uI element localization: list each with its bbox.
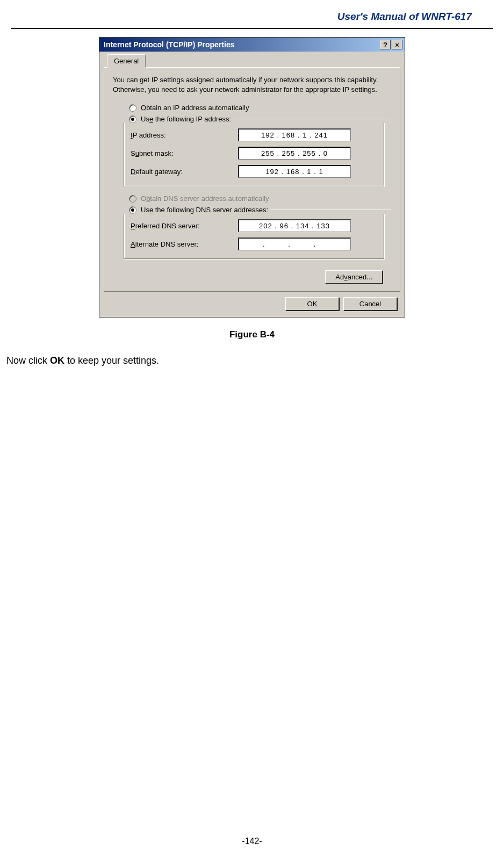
dns-fieldset: Preferred DNS server: 202 . 96 . 134 . 1… [124,214,385,259]
fieldset-line [233,119,391,119]
help-button[interactable]: ? [380,40,391,49]
default-gateway-row: Default gateway: 192 . 168 . 1 . 1 [131,165,378,178]
ok-button[interactable]: OK [285,297,339,311]
instruction-text: Now click OK to keep your settings. [6,355,504,366]
radio-obtain-ip-auto[interactable]: Obtain an IP address automatically [129,104,391,112]
tab-general[interactable]: General [107,54,146,68]
preferred-dns-input[interactable]: 202 . 96 . 134 . 133 [238,219,351,232]
preferred-dns-label: Preferred DNS server: [131,222,238,230]
ip-fieldset: IP address: 192 . 168 . 1 . 241 Subnet m… [124,123,385,187]
fieldset-line [270,210,391,210]
radio-icon [129,195,136,203]
intro-text: You can get IP settings assigned automat… [113,75,391,94]
radio-label: Use the following IP address: [141,115,231,123]
page-header: User's Manual of WNRT-617 [0,0,504,28]
subnet-mask-row: Subnet mask: 255 . 255 . 255 . 0 [131,147,378,160]
advanced-row: Advanced... [113,267,391,284]
alternate-dns-label: Alternate DNS server: [131,240,238,248]
radio-obtain-dns-auto: Obtain DNS server address automatically [129,194,391,203]
alternate-dns-row: Alternate DNS server: . . . [131,237,378,250]
close-button[interactable]: × [392,40,402,49]
tcpip-properties-dialog: Internet Protocol (TCP/IP) Properties ? … [99,37,405,318]
radio-use-dns[interactable]: Use the following DNS server addresses: [129,206,391,214]
subnet-mask-label: Subnet mask: [131,149,238,157]
alternate-dns-input[interactable]: . . . [238,237,351,250]
preferred-dns-row: Preferred DNS server: 202 . 96 . 134 . 1… [131,219,378,232]
titlebar-title: Internet Protocol (TCP/IP) Properties [104,40,380,49]
radio-label: Use the following DNS server addresses: [141,206,268,214]
ip-address-row: IP address: 192 . 168 . 1 . 241 [131,128,378,141]
header-rule [11,28,493,29]
dialog-footer: OK Cancel [102,292,402,312]
radio-icon [129,104,136,112]
titlebar: Internet Protocol (TCP/IP) Properties ? … [99,38,405,52]
radio-icon [129,206,136,214]
titlebar-buttons: ? × [380,40,402,49]
subnet-mask-input[interactable]: 255 . 255 . 255 . 0 [238,147,351,160]
default-gateway-label: Default gateway: [131,168,238,176]
cancel-button[interactable]: Cancel [343,297,397,311]
radio-label: Obtain an IP address automatically [141,104,249,112]
tab-panel-general: You can get IP settings assigned automat… [104,67,400,292]
figure-caption: Figure B-4 [0,329,504,340]
radio-label: Obtain DNS server address automatically [141,194,269,203]
ip-address-label: IP address: [131,131,238,139]
ip-address-input[interactable]: 192 . 168 . 1 . 241 [238,128,351,141]
advanced-button[interactable]: Advanced... [325,270,383,284]
default-gateway-input[interactable]: 192 . 168 . 1 . 1 [238,165,351,178]
radio-use-ip[interactable]: Use the following IP address: [129,115,391,123]
radio-icon [129,116,136,123]
dialog-body: General You can get IP settings assigned… [99,52,405,317]
tabs-row: General [102,54,402,68]
page-number: -142- [0,837,504,846]
